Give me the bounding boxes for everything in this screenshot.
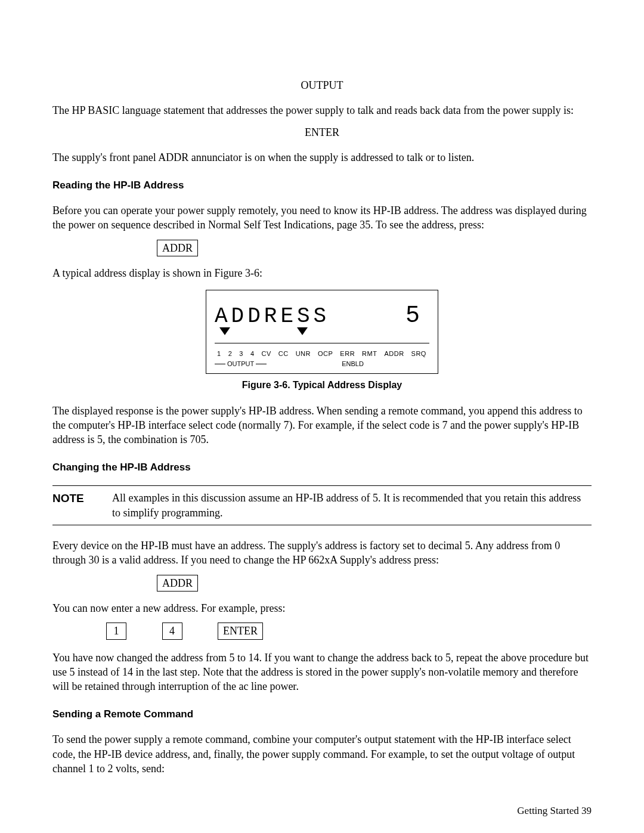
triangle-icon xyxy=(219,327,230,335)
note-block: NOTE All examples in this discussion ass… xyxy=(52,485,592,525)
paragraph-every-device: Every device on the HP-IB must have an a… xyxy=(52,538,592,568)
ann-err: ERR xyxy=(340,349,355,358)
key-row-145enter: 1 4 ENTER xyxy=(52,623,592,639)
heading-reading-address: Reading the HP-IB Address xyxy=(52,179,592,193)
paragraph-typical: A typical address display is shown in Fi… xyxy=(52,266,592,280)
figure-caption: Figure 3-6. Typical Address Display xyxy=(52,379,592,392)
ann-2: 2 xyxy=(228,349,233,358)
annunciator-row: 1 2 3 4 CV CC UNR OCP ERR RMT ADDR SRQ xyxy=(215,343,429,358)
ann-ocp: OCP xyxy=(318,349,333,358)
figure-address-display: ADDRESS 5 1 2 3 4 CV CC UNR OCP ERR RMT … xyxy=(206,290,438,374)
enter-keyword: ENTER xyxy=(52,125,592,140)
ann-4: 4 xyxy=(250,349,255,358)
ann-rmt: RMT xyxy=(362,349,377,358)
key-row-addr-1: ADDR xyxy=(52,240,592,256)
ann-addr: ADDR xyxy=(384,349,404,358)
output-keyword: OUTPUT xyxy=(52,78,592,92)
paragraph-remote: To send the power supply a remote comman… xyxy=(52,732,592,776)
key-4: 4 xyxy=(162,623,182,639)
key-addr-2: ADDR xyxy=(157,575,198,592)
display-address-value: 5 xyxy=(405,300,429,332)
ann-label-row: OUTPUT ENBLD xyxy=(215,358,429,368)
key-addr: ADDR xyxy=(157,240,198,256)
ann-srq: SRQ xyxy=(411,349,426,358)
paragraph-new-address: You can now enter a new address. For exa… xyxy=(52,601,592,615)
paragraph-output: The HP BASIC language statement that add… xyxy=(52,103,592,117)
heading-changing-address: Changing the HP-IB Address xyxy=(52,461,592,475)
ann-unr: UNR xyxy=(296,349,311,358)
note-text: All examples in this discussion assume a… xyxy=(112,491,592,520)
key-1: 1 xyxy=(106,623,126,639)
paragraph-displayed-response: The displayed response is the power supp… xyxy=(52,404,592,447)
paragraph-annunciator: The supply's front panel ADDR annunciato… xyxy=(52,150,592,165)
page-footer: Getting Started 39 xyxy=(52,804,592,818)
ann-3: 3 xyxy=(239,349,243,358)
note-label: NOTE xyxy=(52,491,112,520)
ann-1: 1 xyxy=(217,349,221,358)
heading-sending-remote: Sending a Remote Command xyxy=(52,708,592,721)
ann-cc: CC xyxy=(278,349,289,358)
enbld-label: ENBLD xyxy=(342,360,364,368)
key-enter: ENTER xyxy=(218,623,263,639)
triangle-icon xyxy=(297,327,308,335)
paragraph-changed: You have now changed the address from 5 … xyxy=(52,651,592,694)
output-label: OUTPUT xyxy=(225,360,256,368)
paragraph-reading: Before you can operate your power supply… xyxy=(52,203,592,233)
key-row-addr-2: ADDR xyxy=(52,575,592,592)
ann-cv: CV xyxy=(262,349,271,358)
